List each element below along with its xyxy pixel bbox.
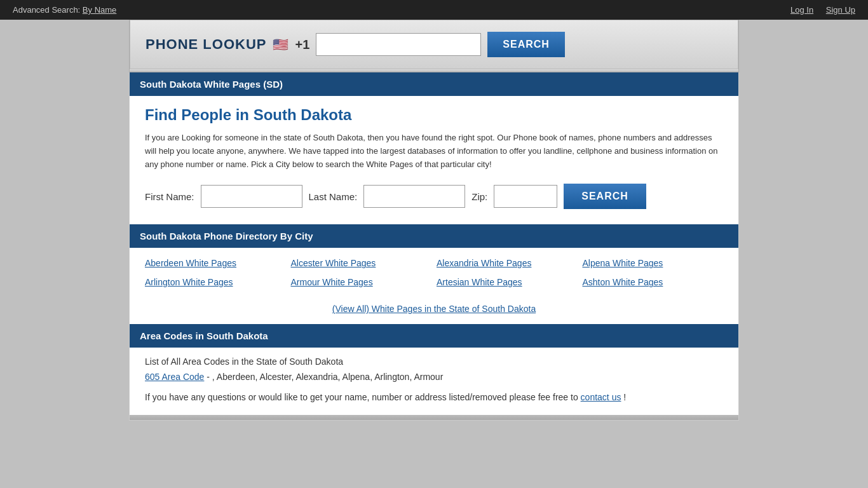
area-codes-section: Area Codes in South Dakota List of All A… [130,324,738,415]
us-flag-icon: 🇺🇸 [273,37,288,52]
city-link-alcester[interactable]: Alcester White Pages [291,258,432,268]
auth-links: Log In Sign Up [780,5,855,15]
country-code: +1 [295,37,309,52]
phone-lookup-bar: PHONE LOOKUP 🇺🇸 +1 SEARCH [130,20,738,69]
contact-note-text: If you have any questions or would like … [145,392,578,402]
page-outer: Advanced Search: By Name Log In Sign Up … [0,0,868,488]
content-wrapper: PHONE LOOKUP 🇺🇸 +1 SEARCH South Dakota W… [129,20,739,421]
phone-number-input[interactable] [316,33,481,56]
advanced-search-area: Advanced Search: By Name [13,5,116,15]
main-content: South Dakota White Pages (SD) Find Peopl… [129,72,739,421]
area-codes-header: Area Codes in South Dakota [130,324,738,348]
city-link-alpena[interactable]: Alpena White Pages [583,258,724,268]
people-search-form: First Name: Last Name: Zip: SEARCH [145,184,723,209]
directory-header: South Dakota Phone Directory By City [130,224,738,248]
page-title: Find People in South Dakota [145,106,723,124]
sd-section-header: South Dakota White Pages (SD) [130,72,738,96]
contact-note-end: ! [623,392,626,402]
area-code-605-desc: - , Aberdeen, Alcester, Alexandria, Alpe… [207,372,443,382]
advanced-search-label: Advanced Search: [13,5,80,15]
last-name-input[interactable] [363,185,465,208]
phone-lookup-section: PHONE LOOKUP 🇺🇸 +1 SEARCH [129,20,739,72]
contact-note: If you have any questions or would like … [145,392,723,402]
login-link[interactable]: Log In [790,5,813,15]
view-all-row: (View All) White Pages in the State of S… [130,297,738,324]
zip-input[interactable] [494,185,557,208]
area-code-605-row: 605 Area Code - , Aberdeen, Alcester, Al… [145,372,723,382]
first-name-label: First Name: [145,191,194,202]
phone-search-button[interactable]: SEARCH [487,32,565,57]
first-name-input[interactable] [201,185,302,208]
by-name-link[interactable]: By Name [83,5,116,15]
area-codes-list-title: List of All Area Codes in the State of S… [145,356,723,367]
contact-us-link[interactable]: contact us [581,392,621,402]
city-link-armour[interactable]: Armour White Pages [291,277,432,287]
city-link-arlington[interactable]: Arlington White Pages [145,277,286,287]
last-name-label: Last Name: [309,191,358,202]
sd-whitepages-section: South Dakota White Pages (SD) Find Peopl… [130,72,738,324]
divider [130,69,738,72]
zip-label: Zip: [471,191,487,202]
phone-lookup-title: PHONE LOOKUP [146,36,266,53]
city-link-artesian[interactable]: Artesian White Pages [437,277,578,287]
city-link-aberdeen[interactable]: Aberdeen White Pages [145,258,286,268]
signup-link[interactable]: Sign Up [826,5,855,15]
sd-section-body: Find People in South Dakota If you are L… [130,96,738,224]
bottom-shadow [130,415,738,420]
city-links-grid: Aberdeen White Pages Alcester White Page… [130,248,738,297]
area-codes-body: List of All Area Codes in the State of S… [130,348,738,415]
people-search-button[interactable]: SEARCH [564,184,646,209]
page-description: If you are Looking for someone in the st… [145,132,723,171]
top-navigation-bar: Advanced Search: By Name Log In Sign Up [0,0,868,20]
city-link-alexandria[interactable]: Alexandria White Pages [437,258,578,268]
city-link-ashton[interactable]: Ashton White Pages [583,277,724,287]
area-code-605-link[interactable]: 605 Area Code [145,372,204,382]
view-all-link[interactable]: (View All) White Pages in the State of S… [332,304,536,314]
